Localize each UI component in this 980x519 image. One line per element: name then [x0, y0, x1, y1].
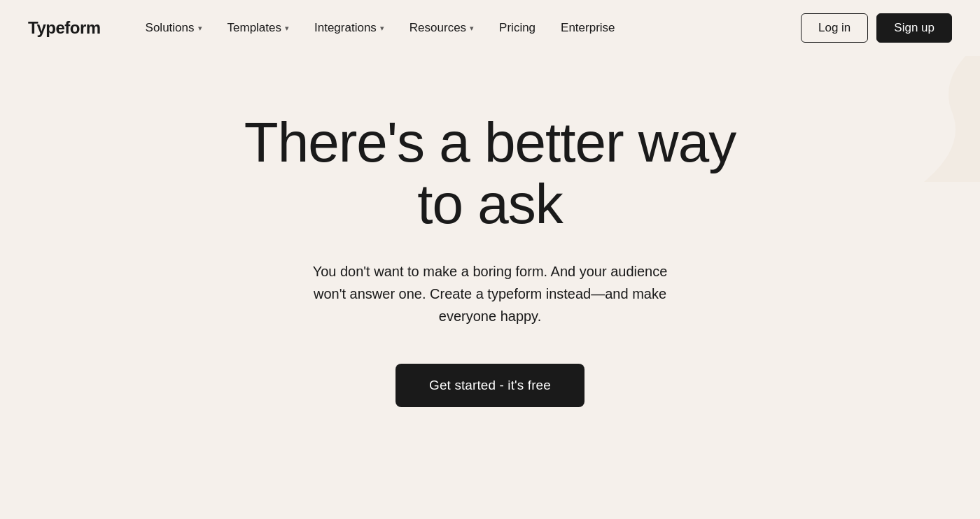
hero-title: There's a better way to ask — [244, 112, 736, 235]
hero-section: There's a better way to ask You don't wa… — [0, 56, 980, 407]
chevron-down-icon: ▾ — [380, 24, 384, 33]
nav-label-resources: Resources — [410, 21, 466, 35]
chevron-down-icon: ▾ — [198, 24, 202, 33]
nav-label-enterprise: Enterprise — [561, 21, 615, 35]
nav-item-enterprise[interactable]: Enterprise — [550, 14, 626, 42]
nav-item-integrations[interactable]: Integrations ▾ — [303, 14, 396, 42]
chevron-down-icon: ▾ — [285, 24, 289, 33]
navbar: Typeform Solutions ▾ Templates ▾ Integra… — [0, 0, 980, 56]
hero-title-line2: to ask — [417, 173, 562, 235]
nav-label-solutions: Solutions — [146, 21, 195, 35]
chevron-down-icon: ▾ — [470, 24, 474, 33]
hero-subtitle: You don't want to make a boring form. An… — [308, 260, 672, 327]
nav-item-solutions[interactable]: Solutions ▾ — [134, 14, 214, 42]
cta-button[interactable]: Get started - it's free — [396, 364, 584, 407]
hero-title-line1: There's a better way — [244, 111, 736, 173]
nav-item-pricing[interactable]: Pricing — [488, 14, 547, 42]
login-button[interactable]: Log in — [801, 13, 868, 43]
nav-item-templates[interactable]: Templates ▾ — [216, 14, 300, 42]
logo[interactable]: Typeform — [28, 18, 101, 38]
signup-button[interactable]: Sign up — [876, 13, 952, 43]
nav-left: Typeform Solutions ▾ Templates ▾ Integra… — [28, 14, 626, 42]
nav-label-integrations: Integrations — [314, 21, 377, 35]
nav-links: Solutions ▾ Templates ▾ Integrations ▾ R… — [134, 14, 626, 42]
nav-label-pricing: Pricing — [499, 21, 536, 35]
corner-decoration — [896, 42, 980, 182]
nav-right: Log in Sign up — [801, 13, 952, 43]
nav-label-templates: Templates — [227, 21, 281, 35]
nav-item-resources[interactable]: Resources ▾ — [398, 14, 485, 42]
